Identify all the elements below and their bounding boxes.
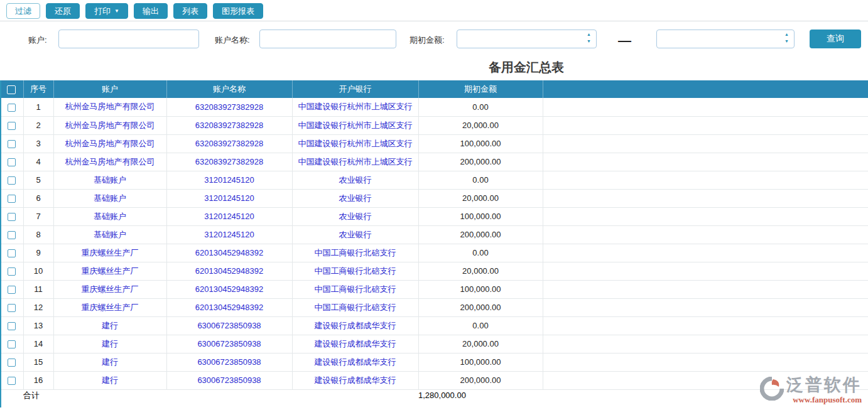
- table-row: 7基础账户31201245120农业银行100,000.00: [0, 207, 868, 225]
- search-button[interactable]: 查询: [810, 30, 861, 48]
- bank-cell[interactable]: 中国建设银行杭州市上城区支行: [292, 153, 418, 171]
- row-checkbox[interactable]: [8, 359, 16, 367]
- column-header-account[interactable]: 账户: [53, 80, 166, 98]
- table-row: 8基础账户31201245120农业银行200,000.00: [0, 225, 868, 244]
- filter-button[interactable]: 过滤: [6, 3, 40, 19]
- account-name-cell[interactable]: 31201245120: [166, 189, 292, 207]
- row-checkbox[interactable]: [8, 158, 16, 166]
- account-name-cell[interactable]: 63006723850938: [166, 335, 292, 353]
- spinner-up-icon[interactable]: ▲: [784, 32, 789, 36]
- account-name-cell[interactable]: 31201245120: [166, 171, 292, 189]
- bank-cell[interactable]: 中国工商银行北碚支行: [292, 244, 418, 262]
- amount-to-input[interactable]: [656, 30, 795, 48]
- graph-report-button[interactable]: 图形报表: [213, 3, 263, 19]
- total-row: 合计 1,280,000.00: [0, 389, 868, 401]
- bank-cell[interactable]: 农业银行: [292, 189, 418, 207]
- row-checkbox[interactable]: [8, 122, 16, 130]
- row-checkbox-cell: [0, 171, 23, 189]
- row-checkbox[interactable]: [8, 195, 16, 203]
- account-cell[interactable]: 杭州金马房地产有限公司: [53, 134, 166, 153]
- row-checkbox[interactable]: [8, 340, 16, 348]
- column-header-account-name[interactable]: 账户名称: [166, 80, 292, 98]
- print-button[interactable]: 打印 ▼: [85, 3, 128, 19]
- bank-cell[interactable]: 建设银行成都成华支行: [292, 371, 418, 389]
- filler-cell: [543, 171, 868, 189]
- account-cell[interactable]: 建行: [53, 316, 166, 335]
- account-cell[interactable]: 杭州金马房地产有限公司: [53, 116, 166, 134]
- amount-cell: 100,000.00: [418, 207, 543, 225]
- row-checkbox[interactable]: [8, 249, 16, 257]
- bank-cell[interactable]: 中国建设银行杭州市上城区支行: [292, 116, 418, 134]
- account-name-cell[interactable]: 31201245120: [166, 225, 292, 244]
- account-cell[interactable]: 重庆螺丝生产厂: [53, 280, 166, 298]
- amount-cell: 20,000.00: [418, 262, 543, 280]
- total-amount: 1,280,000.00: [418, 389, 543, 401]
- row-index-cell: 16: [23, 371, 53, 389]
- total-checkbox-cell: [0, 389, 23, 401]
- list-button[interactable]: 列表: [173, 3, 207, 19]
- account-name-cell[interactable]: 63006723850938: [166, 316, 292, 335]
- export-button[interactable]: 输出: [134, 3, 168, 19]
- row-checkbox[interactable]: [8, 377, 16, 385]
- account-name-input[interactable]: [259, 30, 396, 48]
- account-cell[interactable]: 基础账户: [53, 225, 166, 244]
- account-input[interactable]: [58, 30, 199, 48]
- filler-cell: [543, 280, 868, 298]
- filler-cell: [543, 335, 868, 353]
- account-name-cell[interactable]: 632083927382928: [166, 153, 292, 171]
- row-checkbox[interactable]: [8, 304, 16, 312]
- bank-cell[interactable]: 农业银行: [292, 207, 418, 225]
- row-checkbox[interactable]: [8, 322, 16, 330]
- row-checkbox[interactable]: [8, 267, 16, 276]
- account-name-cell[interactable]: 632083927382928: [166, 98, 292, 116]
- account-cell[interactable]: 建行: [53, 371, 166, 389]
- spinner-up-icon[interactable]: ▲: [587, 32, 591, 36]
- account-cell[interactable]: 建行: [53, 335, 166, 353]
- row-checkbox-cell: [0, 262, 23, 280]
- spinner-down-icon[interactable]: ▼: [784, 39, 789, 43]
- bank-cell[interactable]: 中国工商银行北碚支行: [292, 280, 418, 298]
- row-checkbox[interactable]: [8, 286, 16, 294]
- spinner-down-icon[interactable]: ▼: [587, 39, 591, 43]
- bank-cell[interactable]: 中国建设银行杭州市上城区支行: [292, 98, 418, 116]
- row-checkbox[interactable]: [8, 140, 16, 148]
- bank-cell[interactable]: 农业银行: [292, 225, 418, 244]
- account-cell[interactable]: 基础账户: [53, 171, 166, 189]
- account-cell[interactable]: 建行: [53, 353, 166, 371]
- toolbar: 过滤 还原 打印 ▼ 输出 列表 图形报表: [0, 0, 868, 21]
- account-name-cell[interactable]: 620130452948392: [166, 298, 292, 316]
- account-name-cell[interactable]: 620130452948392: [166, 280, 292, 298]
- account-cell[interactable]: 重庆螺丝生产厂: [53, 262, 166, 280]
- column-header-amount[interactable]: 期初金额: [418, 80, 543, 98]
- row-checkbox[interactable]: [8, 104, 16, 112]
- bank-cell[interactable]: 建设银行成都成华支行: [292, 316, 418, 335]
- row-checkbox[interactable]: [8, 231, 16, 239]
- account-name-cell[interactable]: 620130452948392: [166, 262, 292, 280]
- table-row: 16建行63006723850938建设银行成都成华支行200,000.00: [0, 371, 868, 389]
- account-name-cell[interactable]: 31201245120: [166, 207, 292, 225]
- account-cell[interactable]: 杭州金马房地产有限公司: [53, 98, 166, 116]
- account-cell[interactable]: 基础账户: [53, 207, 166, 225]
- amount-from-input[interactable]: [457, 30, 597, 48]
- bank-cell[interactable]: 中国工商银行北碚支行: [292, 298, 418, 316]
- select-all-checkbox[interactable]: [7, 85, 16, 94]
- account-name-cell[interactable]: 63006723850938: [166, 353, 292, 371]
- row-checkbox[interactable]: [8, 213, 16, 221]
- account-cell[interactable]: 重庆螺丝生产厂: [53, 244, 166, 262]
- account-cell[interactable]: 杭州金马房地产有限公司: [53, 153, 166, 171]
- account-cell[interactable]: 基础账户: [53, 189, 166, 207]
- restore-button[interactable]: 还原: [46, 3, 80, 19]
- column-header-index[interactable]: 序号: [23, 80, 53, 98]
- bank-cell[interactable]: 中国工商银行北碚支行: [292, 262, 418, 280]
- bank-cell[interactable]: 建设银行成都成华支行: [292, 353, 418, 371]
- column-header-bank[interactable]: 开户银行: [292, 80, 418, 98]
- row-checkbox[interactable]: [8, 176, 16, 185]
- account-name-cell[interactable]: 620130452948392: [166, 244, 292, 262]
- account-name-cell[interactable]: 632083927382928: [166, 116, 292, 134]
- account-name-cell[interactable]: 632083927382928: [166, 134, 292, 153]
- bank-cell[interactable]: 农业银行: [292, 171, 418, 189]
- bank-cell[interactable]: 建设银行成都成华支行: [292, 335, 418, 353]
- bank-cell[interactable]: 中国建设银行杭州市上城区支行: [292, 134, 418, 153]
- account-cell[interactable]: 重庆螺丝生产厂: [53, 298, 166, 316]
- account-name-cell[interactable]: 63006723850938: [166, 371, 292, 389]
